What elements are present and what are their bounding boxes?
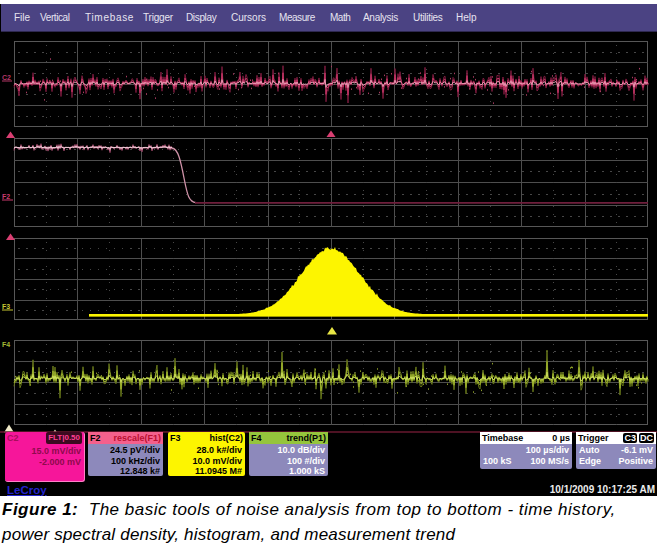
svg-text:C2: C2 [2,74,11,81]
svg-text:F4: F4 [2,341,10,348]
svg-text:F3: F3 [2,303,10,310]
svg-text:F2: F2 [2,193,10,200]
